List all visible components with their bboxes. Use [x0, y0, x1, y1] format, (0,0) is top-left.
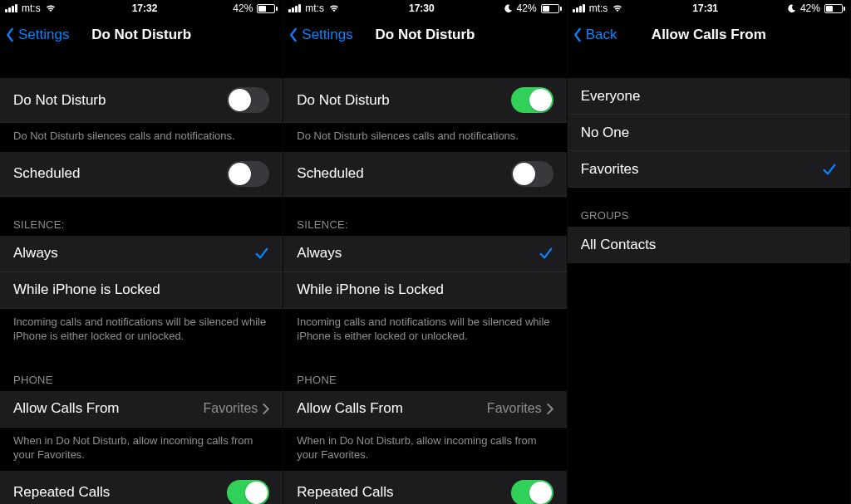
status-bar: mt:s 17:32 42%: [0, 0, 283, 17]
option-label: No One: [581, 125, 630, 141]
dnd-label: Do Not Disturb: [13, 92, 106, 109]
silence-option-label: Always: [13, 245, 58, 262]
battery-percent: 42%: [800, 2, 820, 14]
repeated-calls-row[interactable]: Repeated Calls: [0, 471, 283, 504]
back-button[interactable]: Back: [573, 27, 617, 43]
back-button[interactable]: Settings: [288, 27, 352, 43]
scheduled-switch[interactable]: [227, 161, 269, 187]
battery-icon: [824, 4, 845, 13]
back-button[interactable]: Settings: [5, 27, 69, 43]
check-icon: [539, 246, 553, 261]
battery-percent: 42%: [517, 2, 537, 14]
nav-bar: Settings Do Not Disturb: [0, 17, 283, 53]
status-time: 17:31: [692, 2, 718, 14]
chevron-right-icon: [547, 404, 553, 414]
allow-calls-label: Allow Calls From: [13, 400, 120, 417]
check-icon: [254, 246, 269, 261]
moon-icon: [504, 4, 513, 13]
wifi-icon: [328, 4, 340, 12]
allow-option-everyone[interactable]: Everyone: [568, 78, 850, 115]
allow-calls-footer: When in Do Not Disturb, allow incoming c…: [283, 428, 566, 471]
repeated-calls-row[interactable]: Repeated Calls: [283, 471, 566, 504]
back-label: Settings: [18, 27, 69, 43]
status-bar: mt:s 17:30 42%: [283, 0, 566, 17]
status-time: 17:32: [132, 2, 158, 14]
screen-allow-calls: mt:s 17:31 42% Back Allow Calls From Eve…: [568, 0, 851, 504]
dnd-switch[interactable]: [227, 87, 269, 113]
dnd-switch[interactable]: [511, 87, 553, 113]
allow-calls-row[interactable]: Allow Calls From Favorites: [283, 391, 566, 428]
scheduled-row[interactable]: Scheduled: [0, 152, 283, 197]
silence-option-label: Always: [297, 245, 342, 262]
screen-dnd-off: mt:s 17:32 42% Settings Do Not Disturb D…: [0, 0, 283, 504]
allow-calls-value: Favorites: [487, 401, 542, 416]
content: Everyone No One Favorites GROUPS All Con…: [568, 53, 850, 504]
content: Do Not Disturb Do Not Disturb silences c…: [283, 53, 566, 504]
status-time: 17:30: [409, 2, 435, 14]
chevron-left-icon: [288, 27, 298, 42]
screen-dnd-on: mt:s 17:30 42% Settings Do Not Disturb D…: [283, 0, 567, 504]
nav-bar: Settings Do Not Disturb: [283, 17, 566, 53]
option-label: Favorites: [581, 161, 639, 178]
scheduled-label: Scheduled: [13, 165, 80, 182]
status-bar: mt:s 17:31 42%: [568, 0, 850, 17]
battery-percent: 42%: [233, 2, 253, 14]
dnd-footer: Do Not Disturb silences calls and notifi…: [283, 123, 566, 152]
group-label: All Contacts: [581, 237, 657, 253]
chevron-left-icon: [5, 27, 15, 42]
back-label: Settings: [302, 27, 352, 43]
content: Do Not Disturb Do Not Disturb silences c…: [0, 53, 283, 504]
repeated-calls-label: Repeated Calls: [297, 484, 393, 501]
silence-option-locked[interactable]: While iPhone is Locked: [0, 272, 283, 309]
silence-header: SILENCE:: [283, 197, 566, 236]
allow-calls-footer: When in Do Not Disturb, allow incoming c…: [0, 428, 283, 471]
dnd-toggle-row[interactable]: Do Not Disturb: [283, 78, 566, 123]
silence-footer: Incoming calls and notifications will be…: [283, 309, 566, 352]
carrier-label: mt:s: [22, 2, 41, 14]
allow-calls-row[interactable]: Allow Calls From Favorites: [0, 391, 283, 428]
silence-option-label: While iPhone is Locked: [13, 281, 160, 298]
moon-icon: [787, 4, 796, 13]
allow-calls-label: Allow Calls From: [297, 400, 403, 417]
carrier-label: mt:s: [589, 2, 608, 14]
dnd-toggle-row[interactable]: Do Not Disturb: [0, 78, 283, 123]
silence-option-always[interactable]: Always: [283, 236, 566, 272]
phone-header: PHONE: [0, 352, 283, 391]
signal-bars-icon: [573, 4, 585, 12]
groups-header: GROUPS: [568, 188, 850, 227]
silence-option-label: While iPhone is Locked: [297, 281, 444, 298]
allow-option-no-one[interactable]: No One: [568, 115, 850, 151]
allow-calls-value: Favorites: [204, 401, 258, 416]
check-icon: [822, 162, 837, 177]
chevron-right-icon: [263, 404, 269, 414]
repeated-calls-switch[interactable]: [511, 480, 553, 504]
silence-option-always[interactable]: Always: [0, 236, 283, 272]
dnd-footer: Do Not Disturb silences calls and notifi…: [0, 123, 283, 152]
carrier-label: mt:s: [305, 2, 324, 14]
silence-option-locked[interactable]: While iPhone is Locked: [283, 272, 566, 309]
back-label: Back: [586, 27, 617, 43]
repeated-calls-switch[interactable]: [227, 480, 269, 504]
silence-footer: Incoming calls and notifications will be…: [0, 309, 283, 352]
signal-bars-icon: [5, 4, 17, 12]
scheduled-row[interactable]: Scheduled: [283, 152, 566, 197]
silence-header: SILENCE:: [0, 197, 283, 236]
scheduled-switch[interactable]: [511, 161, 553, 187]
group-all-contacts[interactable]: All Contacts: [568, 227, 850, 263]
wifi-icon: [612, 4, 623, 12]
chevron-left-icon: [573, 27, 583, 42]
wifi-icon: [45, 4, 57, 12]
option-label: Everyone: [581, 88, 641, 105]
dnd-label: Do Not Disturb: [297, 92, 389, 109]
repeated-calls-label: Repeated Calls: [13, 484, 110, 501]
scheduled-label: Scheduled: [297, 165, 363, 182]
battery-icon: [257, 4, 278, 13]
battery-icon: [541, 4, 562, 13]
signal-bars-icon: [288, 4, 301, 12]
allow-option-favorites[interactable]: Favorites: [568, 151, 850, 188]
phone-header: PHONE: [283, 352, 566, 391]
nav-bar: Back Allow Calls From: [568, 17, 850, 53]
